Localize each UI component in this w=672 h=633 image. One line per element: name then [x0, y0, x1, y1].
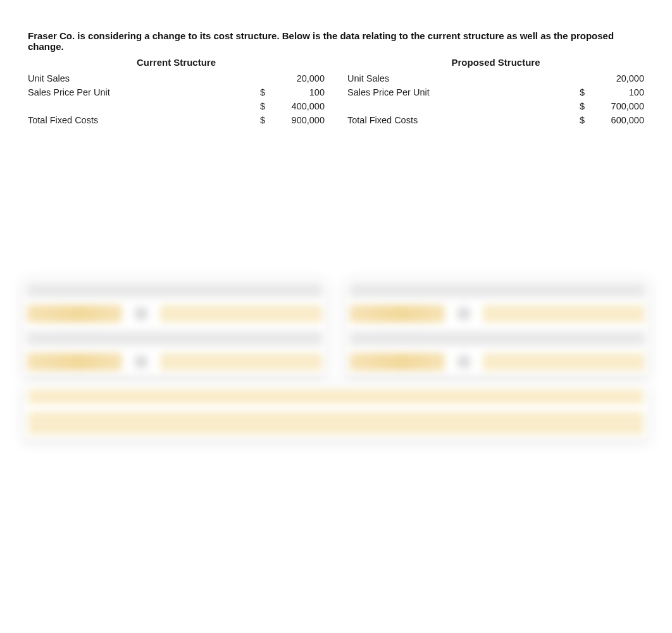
- row-label: Total Fixed Costs: [347, 115, 580, 125]
- problem-intro: Fraser Co. is considering a change to it…: [28, 30, 644, 52]
- row-label: Sales Price Per Unit: [347, 87, 580, 97]
- row-currency: $: [260, 87, 274, 97]
- row-value: 20,000: [274, 73, 325, 83]
- blurred-panel: [345, 278, 649, 376]
- blurred-panel: [23, 383, 649, 440]
- row-currency: $: [260, 115, 274, 125]
- table-row: Sales Price Per Unit $ 100: [347, 85, 644, 99]
- row-currency: $: [580, 101, 594, 111]
- row-value: 600,000: [594, 115, 644, 125]
- row-value: 700,000: [594, 101, 644, 111]
- blurred-panel: [23, 278, 327, 376]
- row-value: 100: [594, 87, 644, 97]
- row-label: Total Fixed Costs: [28, 115, 260, 125]
- table-row: Unit Sales 20,000: [347, 71, 644, 85]
- row-label: Unit Sales: [28, 73, 260, 83]
- table-row: Unit Sales 20,000: [28, 71, 325, 85]
- row-label: Unit Sales: [347, 73, 580, 83]
- current-structure-title: Current Structure: [28, 57, 325, 68]
- table-row: $ 700,000: [347, 99, 644, 113]
- row-value: 900,000: [274, 115, 325, 125]
- row-value: 400,000: [274, 101, 325, 111]
- row-currency: $: [580, 115, 594, 125]
- current-structure-col: Current Structure Unit Sales 20,000 Sale…: [28, 57, 325, 127]
- table-row: $ 400,000: [28, 99, 325, 113]
- table-row: Total Fixed Costs $ 600,000: [347, 113, 644, 127]
- row-value: 100: [274, 87, 325, 97]
- table-row: Sales Price Per Unit $ 100: [28, 85, 325, 99]
- row-currency: $: [580, 87, 594, 97]
- row-label: Sales Price Per Unit: [28, 87, 260, 97]
- proposed-structure-title: Proposed Structure: [347, 57, 644, 68]
- table-row: Total Fixed Costs $ 900,000: [28, 113, 325, 127]
- blurred-answer-region: [23, 278, 649, 440]
- row-value: 20,000: [594, 73, 644, 83]
- row-currency: $: [260, 101, 274, 111]
- structure-columns: Current Structure Unit Sales 20,000 Sale…: [28, 57, 644, 127]
- proposed-structure-col: Proposed Structure Unit Sales 20,000 Sal…: [347, 57, 644, 127]
